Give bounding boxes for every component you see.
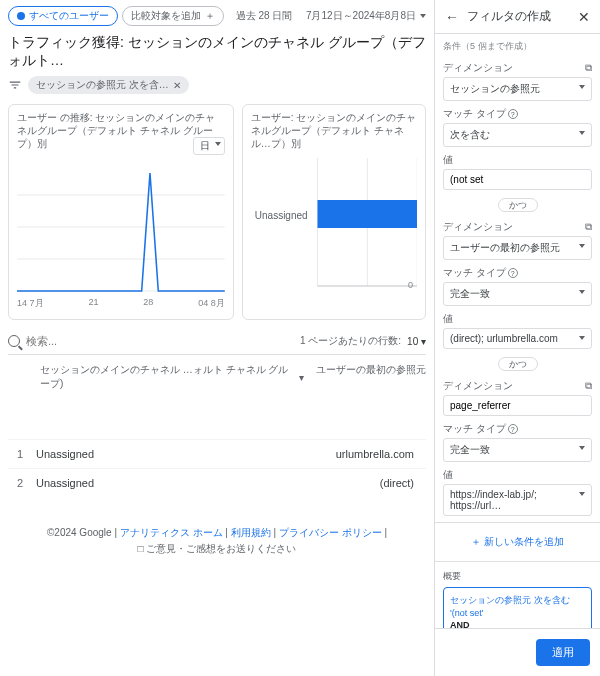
table-row[interactable]: 1 Unassigned urlumbrella.com: [8, 440, 426, 469]
footer: ©2024 Google | アナリティクス ホーム | 利用規約 | プライバ…: [8, 525, 426, 557]
dot-icon: [17, 12, 25, 20]
dimension-input-3[interactable]: [443, 395, 592, 416]
data-table: 1 Unassigned urlumbrella.com 2 Unassigne…: [8, 439, 426, 497]
value-select-3[interactable]: https://index-lab.jp/; https://url…: [443, 484, 592, 516]
line-chart-title: ユーザー の推移: セッションのメインのチャネルグループ（デフォルト チャネル …: [17, 112, 215, 149]
bar-chart-title: ユーザー: セッションのメインのチャネルグループ（デフォルト チャネル…プ）別: [251, 112, 417, 149]
rows-per-page-select[interactable]: 10 ▾: [407, 336, 426, 347]
help-icon[interactable]: ?: [508, 109, 518, 119]
table-row[interactable]: 2 Unassigned (direct): [8, 469, 426, 498]
and-pill: かつ: [498, 198, 538, 212]
search-input[interactable]: [26, 335, 294, 347]
add-comparison-pill[interactable]: 比較対象を追加 ＋: [122, 6, 224, 26]
value-select-2[interactable]: (direct); urlumbrella.com: [443, 328, 592, 349]
dimension-select-1[interactable]: セッションの参照元: [443, 77, 592, 101]
line-chart-card: ユーザー の推移: セッションのメインのチャネルグループ（デフォルト チャネル …: [8, 104, 234, 320]
footer-link-terms[interactable]: 利用規約: [231, 527, 271, 538]
page-title: トラフィック獲得: セッションのメインのチャネル グループ（デフォルト…: [8, 34, 426, 70]
filter-icon: [8, 78, 22, 92]
bar-chart: [251, 158, 417, 288]
value-input-1[interactable]: [443, 169, 592, 190]
matchtype-select-3[interactable]: 完全一致: [443, 438, 592, 462]
help-icon[interactable]: ?: [508, 424, 518, 434]
col-referrer[interactable]: ユーザーの最初の参照元: [316, 363, 426, 391]
filter-chip[interactable]: セッションの参照元 次を含… ✕: [28, 76, 189, 94]
back-icon[interactable]: ←: [445, 9, 459, 25]
copy-icon[interactable]: ⧉: [585, 62, 592, 74]
bar-chart-card: ユーザー: セッションのメインのチャネルグループ（デフォルト チャネル…プ）別 …: [242, 104, 426, 320]
date-range[interactable]: 過去 28 日間 7月12日～2024年8月8日: [236, 9, 426, 23]
dimension-select-2[interactable]: ユーザーの最初の参照元: [443, 236, 592, 260]
copy-icon[interactable]: ⧉: [585, 380, 592, 392]
all-users-pill[interactable]: すべてのユーザー: [8, 6, 118, 26]
x-tick: 21: [88, 297, 98, 310]
add-condition[interactable]: ＋ 新しい条件を追加: [443, 529, 592, 555]
col-channel[interactable]: セッションのメインのチャネル …ォルト チャネル グループ) ▾: [40, 363, 304, 391]
apply-button[interactable]: 適用: [536, 639, 590, 666]
footer-link-home[interactable]: アナリティクス ホーム: [120, 527, 223, 538]
bar-axis-zero: 0: [408, 280, 413, 290]
condition-note: 条件（5 個まで作成）: [443, 40, 592, 53]
time-unit-select[interactable]: 日: [193, 137, 225, 155]
matchtype-select-2[interactable]: 完全一致: [443, 282, 592, 306]
x-tick: 14 7月: [17, 297, 44, 310]
search-icon: [8, 335, 20, 347]
summary-box: セッションの参照元 次を含む '(not set' AND ユーザーの最初の参照…: [443, 587, 592, 628]
matchtype-select-1[interactable]: 次を含む: [443, 123, 592, 147]
bar-label: Unassigned: [255, 210, 308, 221]
line-chart: [17, 163, 225, 293]
x-tick: 28: [143, 297, 153, 310]
footer-link-privacy[interactable]: プライバシー ポリシー: [279, 527, 382, 538]
summary-label: 概要: [443, 570, 592, 583]
copy-icon[interactable]: ⧉: [585, 221, 592, 233]
x-tick: 04 8月: [198, 297, 225, 310]
panel-title: フィルタの作成: [467, 8, 551, 25]
help-icon[interactable]: ?: [508, 268, 518, 278]
close-icon[interactable]: ✕: [578, 9, 590, 25]
rows-per-page-label: 1 ページあたりの行数:: [300, 334, 401, 348]
and-pill: かつ: [498, 357, 538, 371]
svg-rect-7: [317, 200, 417, 228]
